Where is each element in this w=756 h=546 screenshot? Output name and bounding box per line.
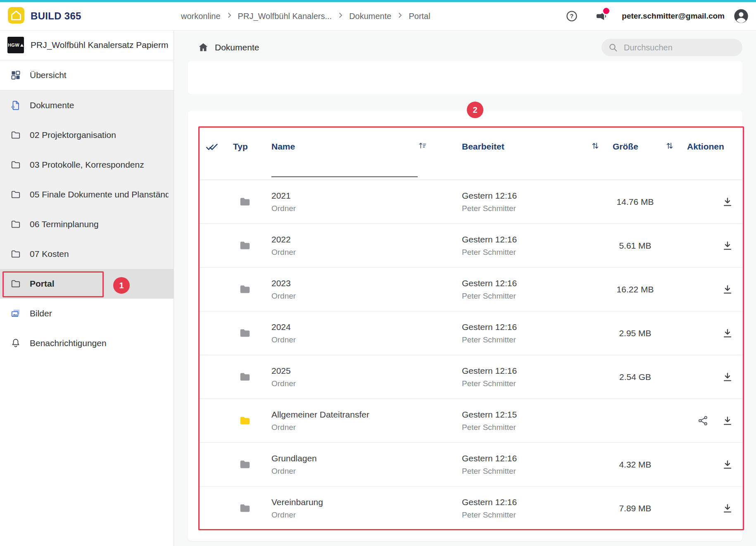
row-edited: Gestern 12:16 (462, 497, 603, 507)
breadcrumb-portal[interactable]: Portal (409, 12, 430, 21)
sort-icon-name[interactable] (418, 141, 427, 152)
folder-icon (239, 371, 251, 383)
search-input[interactable] (623, 43, 736, 53)
sidebar-item-05-finale-dokumente[interactable]: 05 Finale Dokumente und Planstände (0, 180, 174, 209)
row-type: Ordner (271, 292, 454, 301)
search-bar[interactable] (601, 39, 742, 56)
folder-icon (239, 240, 251, 252)
sidebar-project[interactable]: HGW PRJ_Wolfbühl Kanalersatz Papierm... (0, 30, 174, 60)
download-icon[interactable] (722, 503, 733, 514)
folder-icon (10, 278, 21, 290)
row-name[interactable]: 2021 (271, 191, 454, 201)
download-icon[interactable] (722, 284, 733, 295)
row-size: 7.89 MB (603, 503, 678, 513)
col-typ[interactable]: Typ (233, 142, 248, 151)
documents-icon (10, 100, 21, 111)
sidebar-item-uebersicht[interactable]: Übersicht (0, 60, 174, 90)
row-name[interactable]: Vereinbarung (271, 497, 454, 507)
row-edited: Gestern 12:16 (462, 235, 603, 245)
dashboard-icon (10, 69, 21, 81)
table-row[interactable]: 2022 Ordner Gestern 12:16 Peter Schmitte… (198, 224, 744, 268)
user-email[interactable]: peter.schmitter@gmail.com (622, 12, 725, 21)
breadcrumb-dokumente[interactable]: Dokumente (349, 12, 391, 21)
sidebar-item-portal[interactable]: Portal (0, 269, 174, 299)
brand-name: BUILD 365 (31, 10, 81, 22)
col-bearbeitet[interactable]: Bearbeitet (462, 142, 504, 152)
table-row[interactable]: 2021 Ordner Gestern 12:16 Peter Schmitte… (198, 180, 744, 224)
download-icon[interactable] (722, 196, 733, 208)
col-name[interactable]: Name (271, 142, 295, 151)
folder-icon (239, 458, 251, 471)
sidebar-item-dokumente[interactable]: Dokumente (0, 90, 174, 120)
project-logo: HGW (7, 37, 24, 53)
select-all-icon[interactable] (206, 140, 218, 180)
folder-icon (10, 248, 21, 260)
sidebar-item-label: 05 Finale Dokumente und Planstände (30, 190, 169, 199)
row-name[interactable]: 2023 (271, 278, 454, 288)
row-type: Ordner (271, 379, 454, 388)
sidebar-item-label: 03 Protokolle, Korrespondenz (30, 160, 144, 170)
table-body: 2021 Ordner Gestern 12:16 Peter Schmitte… (198, 180, 744, 530)
sidebar-item-07-kosten[interactable]: 07 Kosten (0, 239, 174, 269)
row-name[interactable]: 2025 (271, 366, 454, 376)
download-icon[interactable] (722, 415, 733, 427)
sidebar-item-label: Portal (30, 279, 55, 289)
breadcrumb-project[interactable]: PRJ_Wolfbühl Kanalers... (238, 12, 332, 21)
topbar-right: ? peter.schmitter@gmail.com (566, 2, 749, 30)
download-icon[interactable] (722, 240, 733, 252)
sidebar-item-benachrichtigungen[interactable]: Benachrichtigungen (0, 328, 174, 358)
row-size: 14.76 MB (603, 197, 678, 207)
sort-icon-groesse[interactable] (665, 141, 674, 152)
row-type: Ordner (271, 423, 454, 432)
table-row[interactable]: 2023 Ordner Gestern 12:16 Peter Schmitte… (198, 268, 744, 311)
row-name[interactable]: 2022 (271, 235, 454, 245)
folder-icon (239, 415, 251, 427)
images-icon (10, 308, 21, 319)
sidebar-item-03-protokolle[interactable]: 03 Protokolle, Korrespondenz (0, 150, 174, 180)
sidebar-item-label: 07 Kosten (30, 249, 69, 259)
row-editor: Peter Schmitter (462, 467, 603, 476)
topbar: BUILD 365 workonline PRJ_Wolfbühl Kanale… (0, 2, 756, 31)
brand[interactable]: BUILD 365 (7, 2, 81, 30)
col-aktionen: Aktionen (687, 142, 724, 151)
folder-icon (239, 283, 251, 296)
download-icon[interactable] (722, 459, 733, 470)
search-icon (608, 43, 618, 52)
sidebar-item-06-terminplanung[interactable]: 06 Terminplanung (0, 209, 174, 239)
table-row[interactable]: Allgemeiner Dateitransfer Ordner Gestern… (198, 399, 744, 443)
table-row[interactable]: Grundlagen Ordner Gestern 12:16 Peter Sc… (198, 443, 744, 487)
row-type: Ordner (271, 248, 454, 257)
row-name[interactable]: Allgemeiner Dateitransfer (271, 410, 454, 420)
sidebar-item-label: 06 Terminplanung (30, 219, 99, 229)
row-name[interactable]: Grundlagen (271, 453, 454, 463)
sidebar-item-02-projektorganisation[interactable]: 02 Projektorganisation (0, 120, 174, 150)
announcements-icon[interactable] (594, 10, 607, 22)
breadcrumb-workonline[interactable]: workonline (181, 12, 221, 21)
bell-icon (10, 337, 21, 349)
folder-icon (10, 218, 21, 230)
sidebar-item-bilder[interactable]: Bilder (0, 299, 174, 328)
row-edited: Gestern 12:15 (462, 410, 603, 420)
download-icon[interactable] (722, 328, 733, 339)
sort-icon-bearbeitet[interactable] (591, 141, 600, 152)
table-row[interactable]: 2025 Ordner Gestern 12:16 Peter Schmitte… (198, 355, 744, 399)
table-row[interactable]: 2024 Ordner Gestern 12:16 Peter Schmitte… (198, 311, 744, 355)
help-icon[interactable]: ? (566, 10, 578, 22)
row-editor: Peter Schmitter (462, 248, 603, 257)
row-name[interactable]: 2024 (271, 322, 454, 332)
col-groesse[interactable]: Größe (613, 142, 638, 152)
home-icon[interactable] (197, 42, 209, 53)
folder-icon (10, 189, 21, 200)
name-filter-underline[interactable] (271, 176, 418, 177)
avatar[interactable] (733, 8, 749, 24)
main-content: Dokumente Typ Name (174, 30, 756, 546)
svg-text:?: ? (570, 13, 574, 19)
folder-icon (239, 327, 251, 339)
share-icon[interactable] (697, 415, 708, 426)
row-size: 4.32 MB (603, 460, 678, 470)
sidebar: HGW PRJ_Wolfbühl Kanalersatz Papierm... … (0, 30, 174, 546)
documents-card: Typ Name Bearbeitet Größe (188, 111, 742, 541)
table-row[interactable]: Vereinbarung Ordner Gestern 12:16 Peter … (198, 487, 744, 530)
row-editor: Peter Schmitter (462, 292, 603, 301)
download-icon[interactable] (722, 371, 733, 383)
